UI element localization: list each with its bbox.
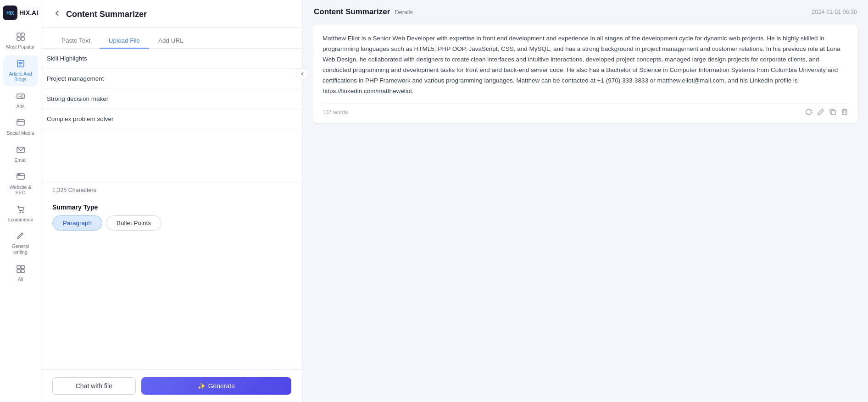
sidebar-item-article-blogs[interactable]: Article And Blogs — [3, 55, 38, 86]
collapse-button[interactable] — [296, 68, 308, 80]
summary-type-buttons: Paragraph Bullet Points — [52, 215, 291, 231]
svg-point-20 — [20, 212, 21, 213]
generate-button[interactable]: ✨ Generate — [141, 377, 291, 395]
summary-type-label: Summary Type — [52, 204, 291, 211]
output-footer: 137 words — [323, 103, 848, 117]
summary-type-section: Summary Type Paragraph Bullet Points — [41, 198, 302, 236]
svg-rect-23 — [17, 265, 20, 269]
logo: HIX HIX.AI — [0, 6, 43, 20]
file-list: Skill Highlights Project management Stro… — [41, 49, 302, 182]
copy-icon[interactable] — [829, 108, 836, 117]
sidebar-label-website-seo: Website & SEO — [6, 184, 35, 196]
sidebar-label-all: All — [18, 276, 23, 282]
svg-rect-4 — [17, 37, 20, 40]
sidebar-label-most-popular: Most Popular — [6, 44, 35, 50]
sidebar-item-most-popular[interactable]: Most Popular — [3, 28, 38, 54]
svg-point-21 — [22, 212, 23, 213]
svg-rect-26 — [21, 270, 24, 273]
email-icon — [16, 145, 25, 156]
file-list-wrap: Skill Highlights Project management Stro… — [41, 49, 302, 182]
right-panel-title: Content Summarizer — [314, 7, 390, 17]
sidebar-item-website-seo[interactable]: Website & SEO — [3, 169, 38, 199]
file-item-skill-highlights[interactable]: Skill Highlights — [41, 49, 302, 69]
sidebar-item-ecommerce[interactable]: Ecommerce — [3, 201, 38, 226]
panel-title: Content Summarizer — [66, 10, 147, 19]
char-count: 1,325 Characters — [41, 182, 302, 198]
panel-footer: Chat with file ✨ Generate — [41, 369, 302, 402]
tabs: Paste Text Upload File Add URL — [41, 28, 302, 49]
sidebar-item-general-writing[interactable]: General writing — [3, 228, 38, 259]
ads-icon: AD — [16, 92, 25, 102]
svg-rect-3 — [21, 33, 24, 36]
right-title-group: Content Summarizer Details — [314, 7, 413, 17]
sidebar-item-social-media[interactable]: Social Media — [3, 115, 38, 140]
sidebar-label-email: Email — [14, 157, 26, 163]
svg-text:HIX: HIX — [6, 11, 14, 16]
svg-rect-27 — [831, 110, 835, 115]
sidebar-label-ecommerce: Ecommerce — [7, 217, 33, 223]
type-btn-bullet-points[interactable]: Bullet Points — [106, 215, 161, 231]
tab-paste-text[interactable]: Paste Text — [52, 33, 100, 49]
delete-icon[interactable] — [841, 108, 848, 117]
panel-header: Content Summarizer — [41, 0, 302, 28]
right-panel: Content Summarizer Details 2024-01-01 06… — [303, 0, 868, 402]
website-seo-icon — [16, 172, 25, 183]
edit-icon[interactable] — [817, 108, 824, 117]
output-actions — [805, 108, 848, 117]
svg-point-18 — [18, 174, 19, 175]
regenerate-icon[interactable] — [805, 108, 812, 117]
type-btn-paragraph[interactable]: Paragraph — [52, 215, 102, 231]
logo-text: HIX.AI — [19, 9, 38, 17]
most-popular-icon — [16, 32, 25, 43]
general-writing-icon — [16, 231, 25, 242]
left-panel: Content Summarizer Paste Text Upload Fil… — [41, 0, 303, 402]
svg-text:AD: AD — [19, 95, 23, 98]
output-text: Matthew Eliot is a Senior Web Developer … — [323, 33, 848, 97]
file-item-strong-decision[interactable]: Strong decision maker — [41, 89, 302, 109]
ecommerce-icon — [16, 205, 25, 215]
generate-label: Generate — [208, 382, 235, 390]
article-blogs-icon — [16, 59, 25, 70]
sidebar-item-email[interactable]: Email — [3, 142, 38, 167]
file-item-project-management[interactable]: Project management — [41, 69, 302, 89]
tab-upload-file[interactable]: Upload File — [100, 33, 149, 49]
svg-rect-28 — [842, 110, 847, 115]
svg-rect-25 — [17, 270, 20, 273]
svg-rect-2 — [17, 33, 20, 36]
logo-icon: HIX — [3, 6, 17, 20]
svg-rect-24 — [21, 265, 24, 269]
sidebar-label-ads: Ads — [16, 104, 24, 110]
word-count: 137 words — [323, 109, 348, 116]
sidebar-label-article-blogs: Article And Blogs — [6, 71, 35, 83]
right-header: Content Summarizer Details 2024-01-01 06… — [303, 0, 868, 24]
all-icon — [16, 264, 25, 275]
sidebar-label-social-media: Social Media — [6, 130, 34, 136]
timestamp: 2024-01-01 06:30 — [812, 9, 857, 15]
chat-with-file-button[interactable]: Chat with file — [52, 377, 136, 395]
sidebar-item-all[interactable]: All — [3, 261, 38, 286]
tab-add-url[interactable]: Add URL — [149, 33, 193, 49]
output-card: Matthew Eliot is a Senior Web Developer … — [312, 24, 859, 124]
svg-rect-12 — [17, 120, 24, 125]
back-button[interactable] — [52, 8, 62, 20]
details-link[interactable]: Details — [395, 9, 413, 16]
social-media-icon — [16, 118, 25, 129]
svg-point-19 — [19, 174, 20, 175]
generate-icon: ✨ — [198, 382, 206, 390]
svg-rect-5 — [21, 37, 24, 40]
sidebar-item-ads[interactable]: AD Ads — [3, 88, 38, 113]
file-item-complex-problem[interactable]: Complex problem solver — [41, 109, 302, 129]
sidebar-label-general-writing: General writing — [6, 243, 35, 255]
sidebar: HIX HIX.AI Most Popular Article And Blog… — [0, 0, 41, 402]
